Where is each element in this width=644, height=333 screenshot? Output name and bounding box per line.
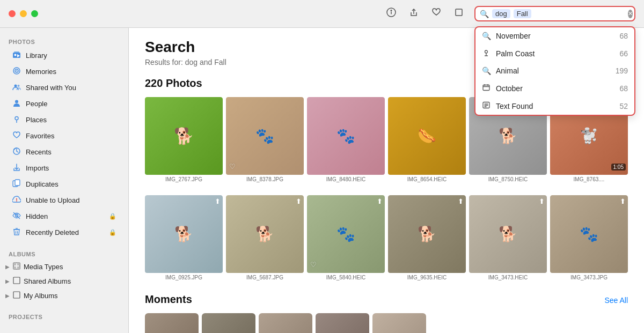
svg-rect-39 <box>13 267 16 269</box>
svg-rect-40 <box>17 267 20 269</box>
sidebar-item-shared-with-you[interactable]: Shared with You <box>3 80 125 95</box>
dropdown-label-textfound: Text Found <box>496 102 614 110</box>
dropdown-count-october: 68 <box>619 84 628 93</box>
moment-thumb-5[interactable] <box>372 313 426 333</box>
svg-point-24 <box>15 100 18 103</box>
sidebar-group-media-types[interactable]: ▶ Media Types <box>0 260 128 274</box>
svg-point-23 <box>18 85 20 87</box>
photo-item-img0925[interactable]: 🐕 ⬆ IMG_0925.JPG <box>145 195 223 280</box>
photo-label-img8378: IMG_8378.JPG <box>226 176 304 182</box>
sidebar-label-people: People <box>26 100 116 108</box>
dropdown-label-november: November <box>496 32 614 40</box>
search-clear-button[interactable]: ✕ <box>628 10 633 18</box>
sidebar-label-media-types: Media Types <box>24 263 63 271</box>
sidebar-label-recently-deleted: Recently Deleted <box>26 228 105 236</box>
moment-thumb-4[interactable] <box>316 313 369 333</box>
window-controls <box>9 10 38 17</box>
sidebar-label-favorites: Favorites <box>26 132 116 140</box>
dropdown-label-palmcoast: Palm Coast <box>496 49 614 58</box>
info-button[interactable] <box>386 8 396 20</box>
dropdown-item-animal[interactable]: 🔍 Animal 199 <box>475 62 634 79</box>
sidebar-item-unable-to-upload[interactable]: Unable to Upload <box>3 193 125 208</box>
sidebar-section-photos: Photos <box>0 34 128 47</box>
photo-label-img9635: IMG_9635.HEIC <box>388 275 466 280</box>
photo-heart-icon: ♡ <box>229 162 236 171</box>
favorites-icon <box>12 131 21 141</box>
dropdown-item-palmcoast[interactable]: Palm Coast 66 <box>475 45 634 62</box>
see-all-link[interactable]: See All <box>604 296 628 305</box>
recents-icon <box>12 147 21 157</box>
sidebar: Photos Library Memories <box>0 28 129 333</box>
my-albums-icon <box>13 291 20 300</box>
svg-point-21 <box>16 70 17 71</box>
moment-thumb-2[interactable] <box>202 313 255 333</box>
svg-point-22 <box>14 85 17 87</box>
close-button[interactable] <box>9 10 16 17</box>
sidebar-label-shared-albums: Shared Albums <box>24 277 71 285</box>
library-icon <box>12 50 21 61</box>
sidebar-group-my-albums[interactable]: ▶ My Albums <box>0 288 128 303</box>
photo-item-img3473jpg[interactable]: 🐾 ⬆ IMG_3473.JPG <box>550 195 628 280</box>
photo-item-img8378[interactable]: 🐾 ♡ IMG_8378.JPG <box>226 97 304 182</box>
dropdown-count-animal: 199 <box>616 66 628 75</box>
dropdown-item-october[interactable]: October 68 <box>475 79 634 97</box>
sidebar-item-memories[interactable]: Memories <box>3 64 125 79</box>
recently-deleted-lock-badge: 🔒 <box>109 229 116 236</box>
sidebar-group-shared-albums[interactable]: ▶ Shared Albums <box>0 274 128 288</box>
svg-point-25 <box>15 117 18 120</box>
moments-strip <box>145 313 628 333</box>
sidebar-label-library: Library <box>26 51 116 60</box>
toolbar-center: 🔍 dog Fall ✕ 🔍 November 68 <box>47 6 635 21</box>
heart-button[interactable] <box>431 8 441 20</box>
share-button[interactable] <box>409 8 419 20</box>
sidebar-item-places[interactable]: Places <box>3 112 125 128</box>
svg-rect-38 <box>17 263 20 265</box>
sidebar-item-recently-deleted[interactable]: Recently Deleted 🔒 <box>3 225 125 240</box>
unable-to-upload-icon <box>12 195 21 205</box>
photo-item-img8654[interactable]: 🌭 IMG_8654.HEIC <box>388 97 466 182</box>
photo-upload-icon: ⬆ <box>215 197 221 205</box>
sidebar-item-favorites[interactable]: Favorites <box>3 128 125 144</box>
dropdown-label-october: October <box>496 84 614 93</box>
crop-button[interactable] <box>454 8 464 20</box>
sidebar-label-hidden: Hidden <box>26 212 105 220</box>
moment-thumb-3[interactable] <box>259 313 312 333</box>
dropdown-count-november: 68 <box>619 32 628 40</box>
sidebar-label-places: Places <box>26 116 116 124</box>
memories-icon <box>12 66 21 77</box>
sidebar-item-duplicates[interactable]: Duplicates <box>3 176 125 192</box>
photo-item-img5687[interactable]: 🐕 ⬆ IMG_5687.JPG <box>226 195 304 280</box>
media-types-icon <box>13 262 20 271</box>
sidebar-item-recents[interactable]: Recents <box>3 144 125 160</box>
photo-item-img8480[interactable]: 🐾 IMG_8480.HEIC <box>307 97 385 182</box>
dropdown-item-textfound[interactable]: Text Found 52 <box>475 97 634 115</box>
moment-thumb-1[interactable] <box>145 313 199 333</box>
text-dropdown-icon <box>482 101 491 110</box>
photo-label-img5840: IMG_5840.HEIC <box>307 275 385 280</box>
shared-with-you-icon <box>12 83 21 93</box>
search-token-fall[interactable]: Fall <box>514 9 531 18</box>
sidebar-item-people[interactable]: People <box>3 96 125 112</box>
photo-upload-icon4: ⬆ <box>458 197 464 205</box>
search-token-dog[interactable]: dog <box>492 9 510 18</box>
sidebar-item-hidden[interactable]: Hidden 🔒 <box>3 209 125 224</box>
photo-item-img9635[interactable]: 🐕 ⬆ IMG_9635.HEIC <box>388 195 466 280</box>
sidebar-item-imports[interactable]: Imports <box>3 160 125 176</box>
photo-upload-icon3: ⬆ <box>377 197 383 205</box>
minimize-button[interactable] <box>20 10 27 17</box>
search-container: 🔍 dog Fall ✕ 🔍 November 68 <box>474 6 635 21</box>
photo-item-img2767[interactable]: 🐕 IMG_2767.JPG <box>145 97 223 182</box>
maximize-button[interactable] <box>31 10 38 17</box>
photo-upload-icon6: ⬆ <box>620 197 626 205</box>
search-dropdown: 🔍 November 68 Palm Coast 66 <box>474 26 635 116</box>
photo-item-img5840[interactable]: 🐾 ⬆ ♡ IMG_5840.HEIC <box>307 195 385 280</box>
titlebar: 🔍 dog Fall ✕ 🔍 November 68 <box>0 0 644 28</box>
hidden-icon <box>12 211 21 221</box>
svg-point-17 <box>14 54 17 56</box>
sidebar-item-library[interactable]: Library <box>3 48 125 63</box>
search-bar: 🔍 dog Fall ✕ <box>474 6 635 21</box>
photo-item-img3473heic[interactable]: 🐕 ⬆ IMG_3473.HEIC <box>469 195 547 280</box>
sidebar-label-unable-to-upload: Unable to Upload <box>26 196 116 204</box>
search-input[interactable] <box>535 10 625 18</box>
dropdown-item-november[interactable]: 🔍 November 68 <box>475 27 634 45</box>
